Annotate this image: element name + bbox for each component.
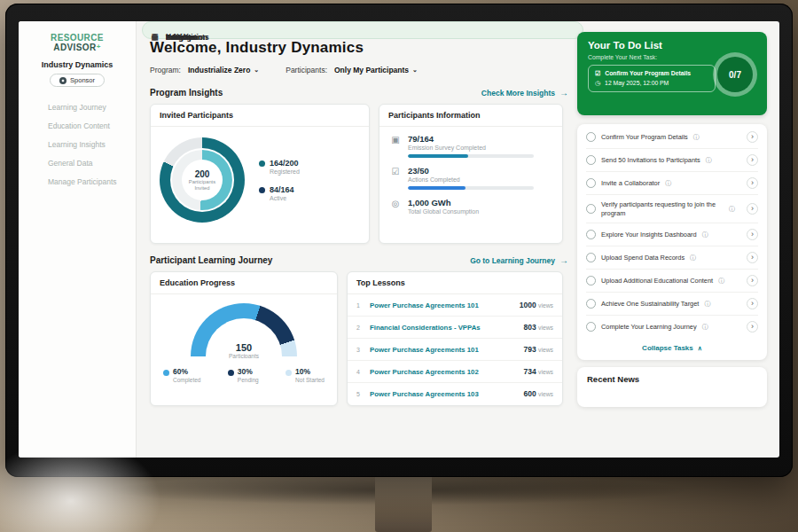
education-progress-gauge: 150 Participants <box>191 303 297 358</box>
chevron-right-icon[interactable]: › <box>747 203 758 215</box>
chevron-right-icon[interactable]: › <box>747 321 758 332</box>
sidebar-item-general-data[interactable]: General Data <box>19 153 136 172</box>
task-checkbox[interactable] <box>586 299 596 309</box>
card-title: Education Progress <box>151 272 337 294</box>
legend-not-started: 10% Not Started <box>286 367 325 383</box>
check-more-insights-link[interactable]: Check More Insights → <box>481 88 568 98</box>
chevron-right-icon[interactable]: › <box>747 177 758 189</box>
legend-dot <box>163 370 169 376</box>
sidebar-item-education-content[interactable]: Education Content <box>19 116 136 135</box>
chevron-right-icon[interactable]: › <box>747 275 758 286</box>
todo-item[interactable]: Complete Your Learning Journey ⓘ › <box>586 316 758 338</box>
card-title: Top Lessons <box>348 272 562 294</box>
participants-select[interactable]: Only My Participants ⌄ <box>334 66 418 74</box>
top-lessons-card: Top Lessons 1 Power Purchase Agreements … <box>347 271 563 406</box>
sponsor-badge: Sponsor <box>50 74 105 87</box>
legend-dot <box>259 160 265 167</box>
recent-news-card[interactable]: Recent News <box>577 367 767 407</box>
info-icon[interactable]: ⓘ <box>665 179 671 188</box>
task-checkbox[interactable] <box>586 132 596 142</box>
legend-pending: 30% Pending <box>228 367 259 383</box>
lesson-link[interactable]: Financial Considerations - VPPAs <box>370 324 517 332</box>
info-icon[interactable]: ⓘ <box>729 205 735 214</box>
education-progress-card: Education Progress 150 Participants 60% <box>150 271 338 406</box>
collapse-tasks-link[interactable]: Collapse Tasks ∧ <box>586 338 758 356</box>
task-check-icon: ☑ <box>595 69 600 79</box>
info-icon[interactable]: ⓘ <box>693 133 700 142</box>
chevron-right-icon[interactable]: › <box>747 131 758 143</box>
task-checkbox[interactable] <box>586 230 596 239</box>
todo-summary-card: Your To Do List Complete Your Next Task:… <box>577 32 767 115</box>
task-checkbox[interactable] <box>586 253 596 262</box>
legend-dot <box>259 187 265 193</box>
checklist-icon: ☑ <box>390 167 401 190</box>
actions-completed-row: ☑ 23/50 Actions Completed <box>390 166 552 190</box>
lesson-row: 5 Power Purchase Agreements 103 600 view… <box>348 383 562 404</box>
info-icon[interactable]: ⓘ <box>718 277 724 286</box>
task-checkbox[interactable] <box>586 155 596 165</box>
main-content: Welcome, Industry Dynamics Program: Indu… <box>136 21 577 458</box>
chevron-down-icon: ⌄ <box>412 66 418 74</box>
todo-item[interactable]: Achieve One Sustainability Target ⓘ › <box>586 293 758 316</box>
chevron-right-icon[interactable]: › <box>747 154 758 166</box>
todo-item[interactable]: Send 50 Invitations to Participants ⓘ › <box>586 149 758 172</box>
task-checkbox[interactable] <box>586 204 596 214</box>
task-checkbox[interactable] <box>586 178 596 188</box>
card-title: Participants Information <box>379 105 562 127</box>
todo-progress-value: 0/7 <box>729 70 741 80</box>
chevron-down-icon: ⌄ <box>254 66 259 74</box>
sidebar-item-manage-participants[interactable]: Manage Participants <box>19 172 136 191</box>
arrow-right-icon: → <box>559 88 568 98</box>
invited-participants-card: Invited Participants 200 Participants In… <box>150 104 370 244</box>
chevron-right-icon[interactable]: › <box>747 298 758 309</box>
donut-center-value: 200 <box>195 169 210 179</box>
info-icon[interactable]: ⓘ <box>704 300 710 309</box>
progress-bar <box>408 186 534 190</box>
chevron-right-icon[interactable]: › <box>747 252 758 263</box>
sidebar: RESOURCE ADVISOR+ Industry Dynamics Spon… <box>19 21 137 458</box>
todo-item[interactable]: Verify participants requesting to join t… <box>586 195 758 223</box>
lesson-link[interactable]: Power Purchase Agreements 101 <box>370 346 517 354</box>
lesson-row: 1 Power Purchase Agreements 101 1000 vie… <box>348 294 562 317</box>
todo-item[interactable]: Invite a Collaborator ⓘ › <box>586 172 758 195</box>
task-checkbox[interactable] <box>586 322 596 332</box>
legend-completed: 60% Completed <box>163 367 200 383</box>
todo-panel: Your To Do List Complete Your Next Task:… <box>577 32 767 458</box>
info-icon[interactable]: ⓘ <box>702 323 708 332</box>
legend-active: 84/164 Active <box>259 185 300 201</box>
participants-information-card: Participants Information ▣ 79/164 Emissi… <box>379 104 563 244</box>
legend-dot <box>286 370 292 376</box>
lesson-row: 2 Financial Considerations - VPPAs 803 v… <box>348 317 562 339</box>
info-icon[interactable]: ⓘ <box>690 254 696 262</box>
sidebar-nav: ⌂ Home ◉ Insights ▤ Education Learning J… <box>19 98 136 191</box>
chevron-right-icon[interactable]: › <box>747 229 758 240</box>
legend-registered: 164/200 Registered <box>259 159 300 175</box>
section-title-learning-journey: Participant Learning Journey <box>150 255 272 265</box>
info-icon[interactable]: ⓘ <box>706 156 712 165</box>
todo-item[interactable]: Explore Your Insights Dashboard ⓘ › <box>586 223 758 246</box>
todo-item[interactable]: Upload Spend Data Records ⓘ › <box>586 246 758 270</box>
lesson-link[interactable]: Power Purchase Agreements 101 <box>370 301 513 309</box>
todo-tasks-card: Confirm Your Program Details ⓘ › Send 50… <box>577 124 767 360</box>
go-to-learning-journey-link[interactable]: Go to Learning Journey → <box>470 255 568 265</box>
info-icon[interactable]: ⓘ <box>702 231 708 239</box>
todo-item[interactable]: Confirm Your Program Details ⓘ › <box>586 126 758 149</box>
todo-item[interactable]: Upload Additional Educational Content ⓘ … <box>586 270 758 293</box>
brand-part-1: RESOURCE <box>51 33 104 43</box>
recent-news-title: Recent News <box>587 374 757 384</box>
global-consumption-row: ◎ 1,000 GWh Total Global Consumption <box>390 198 552 215</box>
brand-plus: + <box>97 43 101 51</box>
app-window: RESOURCE ADVISOR+ Industry Dynamics Spon… <box>19 21 779 458</box>
sponsor-icon <box>59 77 66 84</box>
task-checkbox[interactable] <box>586 276 596 286</box>
lesson-link[interactable]: Power Purchase Agreements 102 <box>370 368 517 376</box>
emission-survey-row: ▣ 79/164 Emission Survey Completed <box>390 134 552 158</box>
sidebar-item-learning-insights[interactable]: Learning Insights <box>19 135 136 153</box>
program-select[interactable]: Industrialize Zero ⌄ <box>188 66 259 74</box>
lesson-row: 4 Power Purchase Agreements 102 734 view… <box>348 361 562 383</box>
brand-part-2: ADVISOR <box>53 43 96 52</box>
survey-icon: ▣ <box>390 135 401 158</box>
sidebar-item-learning-journey[interactable]: Learning Journey <box>19 98 136 116</box>
next-task-box[interactable]: ☑ Confirm Your Program Details ◷ 12 May … <box>588 65 716 92</box>
lesson-link[interactable]: Power Purchase Agreements 103 <box>370 390 517 398</box>
